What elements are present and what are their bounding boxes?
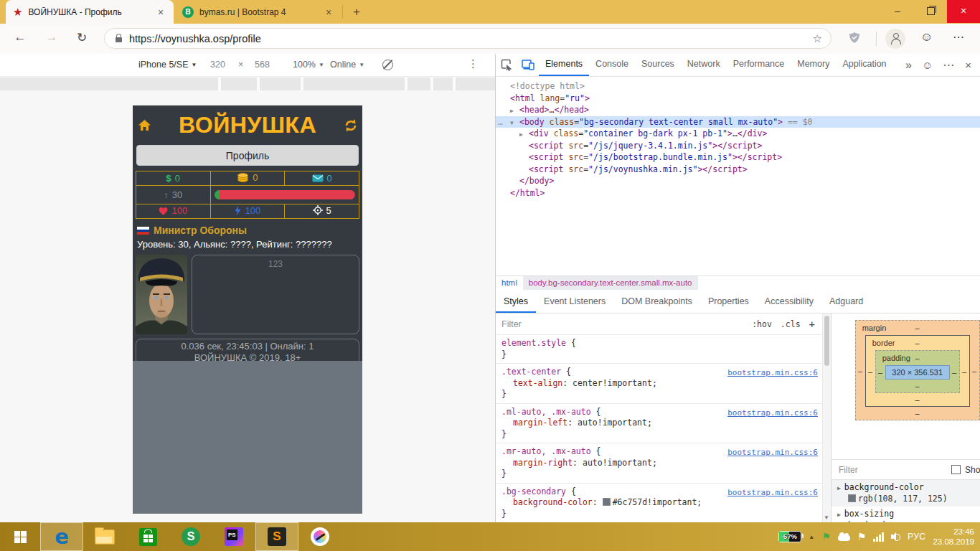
window-close-button[interactable]: × (947, 0, 980, 23)
dom-node[interactable]: <script src="/js/bootstrap.bundle.min.js… (496, 151, 980, 164)
scroll-down-icon[interactable]: ▼ (824, 514, 829, 521)
viewport-height-field[interactable]: 568 (255, 60, 270, 70)
media-query-segment[interactable] (303, 77, 405, 90)
dom-node[interactable]: …▼<body class="bg-secondary text-center … (496, 116, 980, 128)
styles-sidebar-tab[interactable]: DOM Breakpoints (613, 291, 700, 313)
taskbar-skype-button[interactable]: S (169, 522, 212, 551)
refresh-icon[interactable] (342, 119, 359, 132)
clock[interactable]: 23:46 23.08.2019 (933, 527, 974, 547)
green-flag-icon[interactable]: ⚑ (821, 532, 831, 542)
window-minimize-button[interactable]: – (881, 0, 914, 23)
inspect-element-icon[interactable] (496, 59, 517, 71)
device-select[interactable]: iPhone 5/SE▼ (138, 60, 197, 70)
tab-bymas[interactable]: B bymas.ru | Bootstrap 4 × (175, 0, 341, 24)
network-signal-icon[interactable] (873, 532, 884, 542)
new-rule-button[interactable]: + (809, 319, 815, 330)
scrollbar-thumb[interactable] (824, 316, 829, 366)
expand-arrow-icon[interactable]: ▶ (837, 512, 841, 518)
home-icon[interactable] (136, 119, 153, 131)
dom-node[interactable]: ▶<div class="container bg-dark px-1 pb-1… (496, 128, 980, 140)
styles-filter-input[interactable] (496, 319, 752, 330)
volume-icon[interactable] (891, 532, 900, 541)
dom-node[interactable]: </body> (496, 175, 980, 187)
devtools-tab[interactable]: Sources (635, 54, 681, 76)
rotate-viewport-icon[interactable] (382, 60, 393, 70)
hidden-icons-chevron[interactable]: ▲ (809, 534, 814, 540)
notes-box[interactable]: 123 (192, 255, 359, 334)
border-right-value[interactable]: – (960, 367, 969, 376)
new-tab-button[interactable]: + (347, 3, 366, 22)
styles-sidebar-tab[interactable]: Styles (496, 291, 536, 313)
hover-state-toggle[interactable]: :hov (752, 319, 772, 329)
devtools-tab[interactable]: Performance (727, 54, 791, 76)
stylesheet-link[interactable]: bootstrap.min.css:6 (727, 408, 818, 419)
start-button[interactable] (0, 522, 40, 551)
url-text[interactable]: https://voynushka.osp/profile (129, 33, 813, 44)
devtools-tab[interactable]: Network (681, 54, 727, 76)
tab-close-icon[interactable]: × (155, 6, 166, 18)
show-all-checkbox[interactable] (951, 465, 961, 474)
feedback-smiley-icon[interactable]: ☺ (920, 30, 933, 44)
tab-voynushka[interactable]: ★ ВОЙНУШКА - Профиль × (6, 0, 174, 24)
border-left-value[interactable]: – (866, 367, 875, 376)
network-throttle-select[interactable]: Online▼ (330, 60, 364, 70)
css-rule[interactable]: bootstrap.min.css:6.bg-secondary {backgr… (496, 484, 822, 524)
css-rule[interactable]: element.style {} (496, 335, 822, 364)
devtools-tab[interactable]: Application (836, 54, 892, 76)
profile-menu-button[interactable]: Профиль (136, 145, 359, 166)
styles-sidebar-tab[interactable]: Adguard (821, 291, 871, 313)
taskbar-explorer-button[interactable] (83, 522, 126, 551)
reload-button[interactable]: ↻ (73, 30, 90, 45)
css-rule[interactable]: bootstrap.min.css:6.text-center {text-al… (496, 364, 822, 404)
styles-sidebar-tab[interactable]: Accessibility (757, 291, 821, 313)
device-toolbar-toggle-icon[interactable] (517, 60, 539, 70)
battery-icon[interactable]: 57% (778, 531, 801, 542)
margin-top-value[interactable]: – (915, 321, 920, 335)
css-property[interactable]: text-align: center!important; (501, 378, 816, 390)
box-model-content[interactable]: 320 × 356.531 (885, 365, 950, 380)
dom-node[interactable]: </html> (496, 187, 980, 199)
zoom-select[interactable]: 100%▼ (293, 60, 324, 70)
padding-left-value[interactable]: – (876, 368, 885, 377)
color-swatch[interactable] (603, 498, 611, 506)
breadcrumb-html[interactable]: html (496, 276, 523, 290)
feedback-smiley-icon[interactable]: ☺ (922, 59, 933, 71)
dom-node[interactable]: <!doctype html> (496, 80, 980, 93)
breadcrumb-body[interactable]: body.bg-secondary.text-center.small.mx-a… (523, 276, 698, 290)
taskbar-phpstorm-button[interactable]: PS (212, 522, 255, 551)
media-query-segment[interactable] (0, 77, 218, 90)
dom-node[interactable]: <script src="/js/jquery-3.4.1.min.js"></… (496, 140, 980, 152)
forward-button[interactable]: → (43, 30, 60, 44)
taskbar-edge-button[interactable]: e (40, 522, 83, 551)
dom-node[interactable]: <html lang="ru"> (496, 93, 980, 105)
styles-sidebar-tab[interactable]: Properties (700, 291, 757, 313)
computed-filter-input[interactable] (837, 464, 951, 476)
border-top-value[interactable]: – (915, 336, 920, 350)
css-rule[interactable]: bootstrap.min.css:6.ml-auto, .mx-auto {m… (496, 404, 822, 444)
stylesheet-link[interactable]: bootstrap.min.css:6 (727, 447, 818, 458)
padding-right-value[interactable]: – (950, 368, 959, 377)
taskbar-sublime-button[interactable]: S (255, 522, 298, 551)
action-center-flag-icon[interactable]: ⚑ (857, 532, 867, 542)
margin-bottom-value[interactable]: – (856, 407, 979, 420)
browser-menu-icon[interactable]: ⋯ (953, 30, 965, 44)
device-toolbar-menu-icon[interactable]: ⋮ (468, 57, 479, 70)
language-indicator[interactable]: РУС (908, 532, 926, 542)
padding-bottom-value[interactable]: – (876, 380, 959, 392)
window-restore-button[interactable] (914, 0, 947, 23)
padding-top-value[interactable]: – (915, 351, 920, 365)
class-toggle[interactable]: .cls (781, 319, 801, 329)
css-property[interactable]: background-color: #6c757d!important; (501, 497, 816, 509)
tab-close-icon[interactable]: × (323, 6, 334, 18)
taskbar-store-button[interactable] (126, 522, 169, 551)
devtools-menu-icon[interactable]: ⋯ (943, 58, 955, 72)
dom-node[interactable]: <script src="/js/voynushka.min.js"></scr… (496, 164, 980, 176)
media-query-segment[interactable] (456, 77, 495, 90)
margin-left-value[interactable]: – (856, 367, 865, 375)
taskbar-krita-button[interactable] (298, 522, 341, 551)
css-property[interactable]: margin-left: auto!important; (501, 418, 816, 429)
back-button[interactable]: ← (11, 30, 29, 44)
address-bar[interactable]: https://voynushka.osp/profile ☆ (104, 28, 831, 49)
stylesheet-link[interactable]: bootstrap.min.css:6 (727, 487, 818, 499)
css-rule[interactable]: bootstrap.min.css:6.mr-auto, .mx-auto {m… (496, 443, 822, 484)
